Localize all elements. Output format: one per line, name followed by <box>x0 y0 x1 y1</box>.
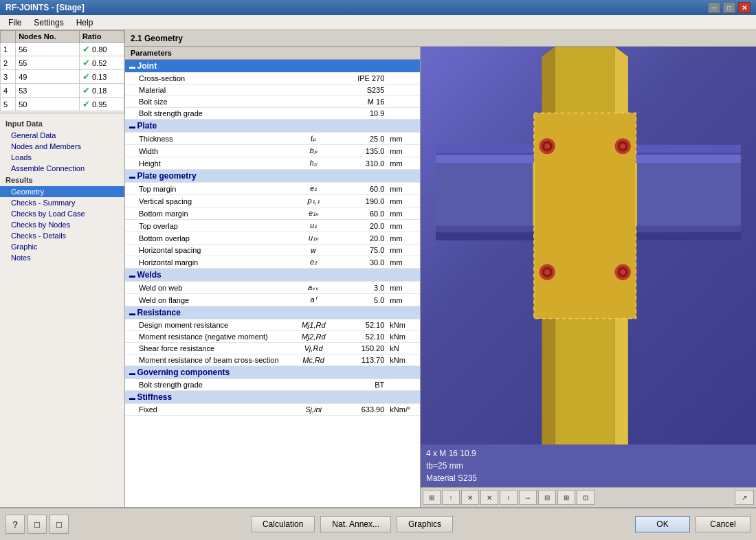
graphics-button[interactable]: Graphics <box>397 516 453 532</box>
view-btn-x2[interactable]: ✕ <box>480 490 498 505</box>
param-unit: kNm <box>387 331 420 343</box>
nav-item-input[interactable]: Nodes and Members <box>0 141 124 152</box>
menu-help[interactable]: Help <box>71 16 99 29</box>
param-value: 20.0 <box>338 232 388 245</box>
view-btn-extra[interactable]: ↗ <box>735 490 754 505</box>
menu-settings[interactable]: Settings <box>28 16 69 29</box>
param-value: S235 <box>338 85 388 96</box>
params-row: Fixed Sj,ini 633.90 kNm/° <box>125 404 420 416</box>
view-btn-up[interactable]: ↑ <box>442 490 460 505</box>
nav-item-results[interactable]: Notes <box>0 252 124 263</box>
expand-icon: ▬ <box>129 394 137 401</box>
minimize-button[interactable]: ─ <box>708 2 720 13</box>
params-section-header: ▬ Plate <box>125 120 420 133</box>
expand-icon: ▬ <box>129 63 137 70</box>
row-id: 2 <box>1 56 16 70</box>
maximize-button[interactable]: □ <box>723 2 735 13</box>
param-value: 5.0 <box>338 294 388 306</box>
expand-icon: ▬ <box>129 123 137 130</box>
view-btn-minus[interactable]: ⊟ <box>538 490 556 505</box>
nav-item-results[interactable]: Graphic <box>0 241 124 252</box>
param-symbol <box>289 85 338 96</box>
params-header: Parameters <box>125 47 420 60</box>
help-icon-btn[interactable]: ? <box>5 515 25 534</box>
param-label: Horizontal spacing <box>125 245 289 256</box>
param-label: Width <box>125 145 289 157</box>
view-btn-plus[interactable]: ⊞ <box>557 490 575 505</box>
param-label: Bolt strength grade <box>125 108 289 120</box>
content-body: Parameters ▬ Joint Cross-section IPE 270… <box>125 47 756 507</box>
col-ratio: Ratio <box>79 31 124 43</box>
params-row: Top margin e₁ 60.0 mm <box>125 183 420 195</box>
ok-button[interactable]: OK <box>635 516 690 532</box>
param-value: 113.70 <box>338 355 388 366</box>
nav-item-results[interactable]: Checks by Load Case <box>0 208 124 219</box>
menu-file[interactable]: File <box>3 16 27 29</box>
param-unit: kNm <box>387 355 420 366</box>
params-row: Weld on flange aᶠ 5.0 mm <box>125 294 420 306</box>
nat-annex-button[interactable]: Nat. Annex... <box>320 516 391 532</box>
calculation-button[interactable]: Calculation <box>251 516 315 532</box>
param-unit: mm <box>387 183 420 195</box>
params-row: Weld on web aᵥᵥ 3.0 mm <box>125 282 420 294</box>
param-unit: mm <box>387 157 420 170</box>
nodes-table: Nodes No. Ratio 1 56 ✔ 0.80 2 55 ✔ 0.52 … <box>0 30 124 111</box>
params-table: ▬ Joint Cross-section IPE 270 Material S… <box>125 60 420 416</box>
table-row[interactable]: 1 56 ✔ 0.80 <box>1 43 124 56</box>
params-row: Bolt size M 16 <box>125 96 420 108</box>
params-section-header: ▬ Resistance <box>125 306 420 319</box>
nav-item-results[interactable]: Geometry <box>0 186 124 197</box>
table-row[interactable]: 2 55 ✔ 0.52 <box>1 56 124 70</box>
param-symbol: e₁ₙ <box>289 207 338 220</box>
view-btn-grid[interactable]: ⊞ <box>423 490 441 505</box>
param-symbol: e₂ <box>289 256 338 269</box>
param-value: 190.0 <box>338 195 388 207</box>
view-btn-horiz[interactable]: ↔ <box>519 490 537 505</box>
param-symbol: Sj,ini <box>289 404 338 416</box>
view-panel: 4 x M 16 10.9 tb=25 mm Material S235 ⊞ ↑… <box>421 47 756 507</box>
view-info: 4 x M 16 10.9 tb=25 mm Material S235 <box>421 445 756 487</box>
param-label: Moment resistance of beam cross-section <box>125 355 289 366</box>
nav-item-results[interactable]: Checks - Details <box>0 230 124 241</box>
param-unit: mm <box>387 256 420 269</box>
param-symbol: w <box>289 245 338 256</box>
row-id: 4 <box>1 84 16 98</box>
nav-item-input[interactable]: Assemble Connection <box>0 163 124 174</box>
param-unit: kNm/° <box>387 404 420 416</box>
close-button[interactable]: ✕ <box>738 2 751 13</box>
nav-item-input[interactable]: Loads <box>0 152 124 163</box>
section-title: 2.1 Geometry <box>131 34 183 43</box>
table-row[interactable]: 4 53 ✔ 0.18 <box>1 84 124 98</box>
title-bar: RF-JOINTS - [Stage] ─ □ ✕ <box>0 0 756 15</box>
view-toolbar-group: ⊞ ↑ ✕ ✕ ↕ ↔ ⊟ ⊞ ⊡ <box>423 490 594 505</box>
table-row[interactable]: 5 50 ✔ 0.95 <box>1 98 124 111</box>
row-id: 1 <box>1 43 16 56</box>
params-row: Bottom overlap u₁ₙ 20.0 mm <box>125 232 420 245</box>
section-label: Governing components <box>137 368 230 377</box>
view-btn-fit[interactable]: ⊡ <box>577 490 594 505</box>
bottom-center: Calculation Nat. Annex... Graphics <box>251 516 453 532</box>
row-ratio: ✔ 0.13 <box>79 70 124 84</box>
params-row: Width bₚ 135.0 mm <box>125 145 420 157</box>
params-row: Shear force resistance Vj,Rd 150.20 kN <box>125 343 420 355</box>
params-row: Moment resistance (negative moment) Mj2,… <box>125 331 420 343</box>
nav-item-input[interactable]: General Data <box>0 130 124 141</box>
nav-item-results[interactable]: Checks by Nodes <box>0 219 124 230</box>
row-ratio: ✔ 0.80 <box>79 43 124 56</box>
table-row[interactable]: 3 49 ✔ 0.13 <box>1 70 124 84</box>
param-label: Bolt strength grade <box>125 379 289 391</box>
param-value: 52.10 <box>338 331 388 343</box>
param-symbol: aᵥᵥ <box>289 282 338 294</box>
param-symbol: Mj1,Rd <box>289 319 338 331</box>
view-btn-vert[interactable]: ↕ <box>500 490 518 505</box>
info-line2: tb=25 mm <box>426 460 751 472</box>
icon-btn-2[interactable]: □ <box>49 515 69 534</box>
param-value: M 16 <box>338 96 388 108</box>
param-unit: mm <box>387 220 420 232</box>
view-btn-x1[interactable]: ✕ <box>461 490 479 505</box>
param-label: Design moment resistance <box>125 319 289 331</box>
cancel-button[interactable]: Cancel <box>696 516 751 532</box>
icon-btn-1[interactable]: □ <box>27 515 47 534</box>
nav-item-results[interactable]: Checks - Summary <box>0 197 124 208</box>
params-section-header: ▬ Governing components <box>125 366 420 379</box>
